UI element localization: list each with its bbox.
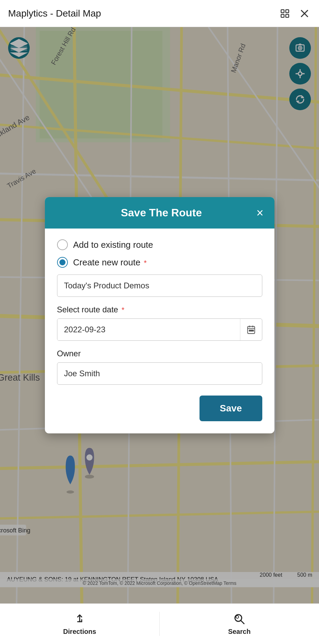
svg-rect-46 — [281, 14, 284, 17]
date-label: Select route date * — [57, 305, 262, 314]
owner-input[interactable] — [57, 362, 262, 385]
radio-existing-label: Add to existing route — [73, 240, 153, 250]
svg-rect-67 — [252, 330, 254, 331]
directions-label: Directions — [63, 628, 96, 636]
svg-rect-65 — [249, 330, 250, 331]
modal-body: Add to existing route Create new route *… — [45, 229, 274, 433]
search-label: Search — [228, 628, 251, 636]
modal-header: Save The Route × — [45, 197, 274, 229]
search-icon — [233, 612, 246, 626]
search-nav-item[interactable]: Search — [160, 604, 319, 644]
bottom-nav: Directions Search — [0, 603, 319, 644]
save-btn-wrapper: Save — [57, 396, 262, 421]
top-bar: Maplytics - Detail Map — [0, 0, 319, 27]
save-route-modal: Save The Route × Add to existing route C… — [45, 197, 274, 433]
date-input[interactable] — [57, 319, 240, 340]
directions-nav-item[interactable]: Directions — [0, 604, 159, 644]
owner-label: Owner — [57, 349, 262, 358]
svg-point-73 — [236, 616, 239, 618]
required-star-new: * — [142, 259, 147, 267]
top-bar-actions — [278, 7, 311, 20]
close-button[interactable] — [298, 7, 311, 20]
modal-title: Save The Route — [69, 207, 254, 219]
radio-existing-circle — [57, 239, 68, 250]
expand-button[interactable] — [278, 7, 291, 20]
svg-rect-66 — [250, 330, 252, 331]
expand-icon — [280, 8, 290, 19]
radio-new-circle — [57, 257, 68, 268]
route-name-input[interactable] — [57, 275, 262, 297]
radio-new-option[interactable]: Create new route * — [57, 257, 262, 268]
calendar-icon — [246, 325, 256, 334]
modal-overlay: Save The Route × Add to existing route C… — [0, 27, 319, 603]
calendar-button[interactable] — [240, 319, 262, 340]
svg-line-72 — [241, 620, 244, 624]
svg-rect-45 — [286, 9, 289, 13]
modal-close-button[interactable]: × — [256, 207, 263, 219]
radio-existing-option[interactable]: Add to existing route — [57, 239, 262, 250]
date-input-wrapper — [57, 318, 262, 341]
svg-rect-44 — [281, 9, 284, 13]
close-icon — [299, 8, 310, 19]
svg-rect-47 — [286, 14, 289, 17]
radio-new-label: Create new route * — [73, 257, 147, 268]
app-title: Maplytics - Detail Map — [8, 8, 101, 19]
directions-icon — [73, 612, 86, 626]
radio-new-inner — [59, 259, 65, 265]
save-button[interactable]: Save — [200, 396, 262, 421]
required-star-date: * — [119, 306, 125, 314]
